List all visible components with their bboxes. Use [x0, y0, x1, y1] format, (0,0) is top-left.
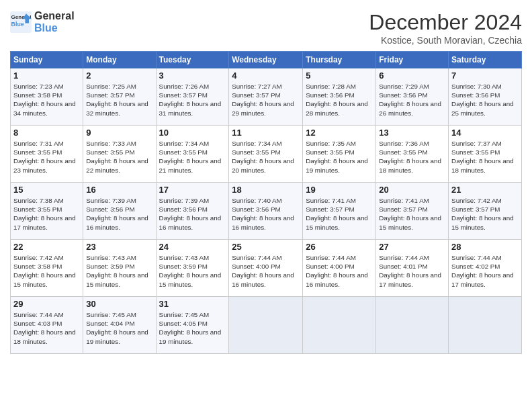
- calendar-cell: [229, 297, 303, 354]
- cell-info: Sunrise: 7:40 AM Sunset: 3:56 PM Dayligh…: [232, 196, 300, 232]
- day-number: 26: [306, 242, 373, 252]
- cell-info: Sunrise: 7:34 AM Sunset: 3:55 PM Dayligh…: [232, 139, 300, 175]
- day-number: 25: [232, 242, 300, 252]
- cell-info: Sunrise: 7:27 AM Sunset: 3:57 PM Dayligh…: [232, 82, 300, 118]
- logo: General Blue General Blue: [10, 10, 75, 34]
- calendar-cell: [376, 297, 449, 354]
- cell-info: Sunrise: 7:28 AM Sunset: 3:56 PM Dayligh…: [306, 82, 373, 118]
- weekday-header: Friday: [376, 52, 449, 68]
- svg-text:Blue: Blue: [11, 20, 24, 27]
- calendar-cell: 3Sunrise: 7:26 AM Sunset: 3:57 PM Daylig…: [156, 68, 229, 126]
- cell-info: Sunrise: 7:41 AM Sunset: 3:57 PM Dayligh…: [306, 196, 373, 232]
- calendar-week-row: 22Sunrise: 7:42 AM Sunset: 3:58 PM Dayli…: [11, 240, 522, 297]
- day-number: 18: [232, 185, 300, 195]
- cell-info: Sunrise: 7:37 AM Sunset: 3:55 PM Dayligh…: [451, 139, 519, 175]
- cell-info: Sunrise: 7:35 AM Sunset: 3:55 PM Dayligh…: [306, 139, 373, 175]
- calendar-cell: 31Sunrise: 7:45 AM Sunset: 4:05 PM Dayli…: [156, 297, 229, 354]
- day-number: 19: [306, 185, 373, 195]
- cell-info: Sunrise: 7:44 AM Sunset: 4:02 PM Dayligh…: [451, 253, 519, 289]
- subtitle: Kostice, South Moravian, Czechia: [369, 35, 522, 46]
- calendar-cell: 26Sunrise: 7:44 AM Sunset: 4:00 PM Dayli…: [303, 240, 376, 297]
- month-title: December 2024: [369, 10, 522, 35]
- calendar-cell: 13Sunrise: 7:36 AM Sunset: 3:55 PM Dayli…: [376, 126, 449, 183]
- calendar-week-row: 1Sunrise: 7:23 AM Sunset: 3:58 PM Daylig…: [11, 68, 522, 126]
- calendar-cell: 25Sunrise: 7:44 AM Sunset: 4:00 PM Dayli…: [229, 240, 303, 297]
- cell-info: Sunrise: 7:25 AM Sunset: 3:57 PM Dayligh…: [86, 82, 152, 118]
- calendar-week-row: 8Sunrise: 7:31 AM Sunset: 3:55 PM Daylig…: [11, 126, 522, 183]
- day-number: 28: [451, 242, 519, 252]
- day-number: 10: [159, 128, 226, 138]
- day-number: 15: [13, 185, 80, 195]
- calendar-cell: 18Sunrise: 7:40 AM Sunset: 3:56 PM Dayli…: [229, 183, 303, 240]
- calendar-body: 1Sunrise: 7:23 AM Sunset: 3:58 PM Daylig…: [11, 68, 522, 354]
- calendar-week-row: 15Sunrise: 7:38 AM Sunset: 3:55 PM Dayli…: [11, 183, 522, 240]
- weekday-header: Thursday: [303, 52, 376, 68]
- calendar-cell: 5Sunrise: 7:28 AM Sunset: 3:56 PM Daylig…: [303, 68, 376, 126]
- calendar-cell: 16Sunrise: 7:39 AM Sunset: 3:56 PM Dayli…: [83, 183, 156, 240]
- day-number: 3: [159, 71, 226, 81]
- day-number: 23: [86, 242, 152, 252]
- day-number: 9: [86, 128, 152, 138]
- day-number: 8: [13, 128, 80, 138]
- cell-info: Sunrise: 7:36 AM Sunset: 3:55 PM Dayligh…: [379, 139, 445, 175]
- cell-info: Sunrise: 7:45 AM Sunset: 4:04 PM Dayligh…: [86, 310, 152, 346]
- calendar-cell: 24Sunrise: 7:43 AM Sunset: 3:59 PM Dayli…: [156, 240, 229, 297]
- cell-info: Sunrise: 7:41 AM Sunset: 3:57 PM Dayligh…: [379, 196, 445, 232]
- weekday-header: Wednesday: [229, 52, 303, 68]
- cell-info: Sunrise: 7:43 AM Sunset: 3:59 PM Dayligh…: [86, 253, 152, 289]
- calendar-cell: 8Sunrise: 7:31 AM Sunset: 3:55 PM Daylig…: [11, 126, 83, 183]
- cell-info: Sunrise: 7:39 AM Sunset: 3:56 PM Dayligh…: [159, 196, 226, 232]
- calendar-cell: 23Sunrise: 7:43 AM Sunset: 3:59 PM Dayli…: [83, 240, 156, 297]
- day-number: 31: [159, 299, 226, 309]
- day-number: 22: [13, 242, 80, 252]
- day-number: 4: [232, 71, 300, 81]
- day-number: 1: [13, 71, 80, 81]
- calendar-cell: 11Sunrise: 7:34 AM Sunset: 3:55 PM Dayli…: [229, 126, 303, 183]
- day-number: 11: [232, 128, 300, 138]
- calendar-cell: 19Sunrise: 7:41 AM Sunset: 3:57 PM Dayli…: [303, 183, 376, 240]
- cell-info: Sunrise: 7:39 AM Sunset: 3:56 PM Dayligh…: [86, 196, 152, 232]
- cell-info: Sunrise: 7:44 AM Sunset: 4:00 PM Dayligh…: [306, 253, 373, 289]
- calendar-header: SundayMondayTuesdayWednesdayThursdayFrid…: [11, 52, 522, 68]
- calendar-cell: 30Sunrise: 7:45 AM Sunset: 4:04 PM Dayli…: [83, 297, 156, 354]
- calendar-cell: [449, 297, 522, 354]
- cell-info: Sunrise: 7:23 AM Sunset: 3:58 PM Dayligh…: [13, 82, 80, 118]
- logo-text: General Blue: [34, 10, 75, 34]
- cell-info: Sunrise: 7:45 AM Sunset: 4:05 PM Dayligh…: [159, 310, 226, 346]
- day-number: 29: [13, 299, 80, 309]
- calendar-cell: 15Sunrise: 7:38 AM Sunset: 3:55 PM Dayli…: [11, 183, 83, 240]
- cell-info: Sunrise: 7:44 AM Sunset: 4:03 PM Dayligh…: [13, 310, 80, 346]
- day-number: 24: [159, 242, 226, 252]
- calendar-cell: 27Sunrise: 7:44 AM Sunset: 4:01 PM Dayli…: [376, 240, 449, 297]
- day-number: 20: [379, 185, 445, 195]
- logo-icon: General Blue: [10, 11, 32, 33]
- calendar: SundayMondayTuesdayWednesdayThursdayFrid…: [10, 51, 522, 354]
- cell-info: Sunrise: 7:26 AM Sunset: 3:57 PM Dayligh…: [159, 82, 226, 118]
- calendar-cell: 17Sunrise: 7:39 AM Sunset: 3:56 PM Dayli…: [156, 183, 229, 240]
- calendar-cell: 20Sunrise: 7:41 AM Sunset: 3:57 PM Dayli…: [376, 183, 449, 240]
- cell-info: Sunrise: 7:29 AM Sunset: 3:56 PM Dayligh…: [379, 82, 445, 118]
- calendar-cell: [303, 297, 376, 354]
- day-number: 30: [86, 299, 152, 309]
- calendar-cell: 9Sunrise: 7:33 AM Sunset: 3:55 PM Daylig…: [83, 126, 156, 183]
- calendar-cell: 21Sunrise: 7:42 AM Sunset: 3:57 PM Dayli…: [449, 183, 522, 240]
- weekday-header: Sunday: [11, 52, 83, 68]
- day-number: 12: [306, 128, 373, 138]
- day-number: 27: [379, 242, 445, 252]
- day-number: 2: [86, 71, 152, 81]
- calendar-cell: 2Sunrise: 7:25 AM Sunset: 3:57 PM Daylig…: [83, 68, 156, 126]
- day-number: 17: [159, 185, 226, 195]
- calendar-cell: 22Sunrise: 7:42 AM Sunset: 3:58 PM Dayli…: [11, 240, 83, 297]
- calendar-cell: 6Sunrise: 7:29 AM Sunset: 3:56 PM Daylig…: [376, 68, 449, 126]
- calendar-cell: 29Sunrise: 7:44 AM Sunset: 4:03 PM Dayli…: [11, 297, 83, 354]
- day-number: 7: [451, 71, 519, 81]
- weekday-header: Monday: [83, 52, 156, 68]
- calendar-week-row: 29Sunrise: 7:44 AM Sunset: 4:03 PM Dayli…: [11, 297, 522, 354]
- calendar-cell: 12Sunrise: 7:35 AM Sunset: 3:55 PM Dayli…: [303, 126, 376, 183]
- cell-info: Sunrise: 7:44 AM Sunset: 4:00 PM Dayligh…: [232, 253, 300, 289]
- cell-info: Sunrise: 7:38 AM Sunset: 3:55 PM Dayligh…: [13, 196, 80, 232]
- day-number: 21: [451, 185, 519, 195]
- calendar-cell: 10Sunrise: 7:34 AM Sunset: 3:55 PM Dayli…: [156, 126, 229, 183]
- calendar-cell: 1Sunrise: 7:23 AM Sunset: 3:58 PM Daylig…: [11, 68, 83, 126]
- day-number: 6: [379, 71, 445, 81]
